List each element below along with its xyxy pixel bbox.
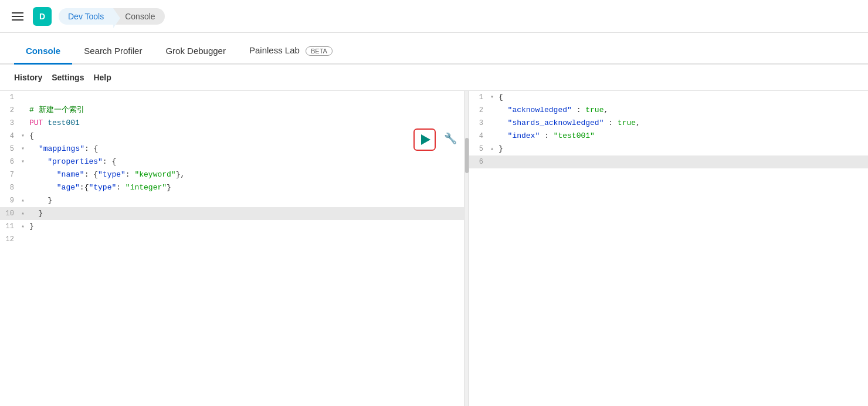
scrollbar[interactable] [464,91,469,406]
run-button[interactable] [413,128,436,151]
tab-console[interactable]: Console [14,38,72,65]
beta-badge: BETA [306,46,333,56]
table-row: 5 ▴ } [469,143,868,155]
table-row: 1 ▾ { [469,91,868,104]
table-row: 2 "acknowledged" : true, [469,104,868,117]
table-row: 12 [0,233,469,246]
right-code-area: 1 ▾ { 2 "acknowledged" : true, 3 "shards… [469,91,868,406]
left-code-area: 1 2 # 新建一个索引 3 PUT test001 4 ▾ { 5 [0,91,469,406]
avatar: D [33,7,52,26]
history-button[interactable]: History [14,70,42,84]
table-row: 7 "name": {"type": "keyword"}, [0,168,469,181]
breadcrumb-devtools[interactable]: Dev Tools [59,8,113,25]
table-row: 6 ▾ "properties": { [0,155,469,168]
wrench-icon[interactable]: 🔧 [444,132,457,145]
tab-grok-debugger[interactable]: Grok Debugger [154,38,238,65]
settings-button[interactable]: Settings [52,70,84,84]
hamburger-button[interactable] [9,10,26,23]
help-button[interactable]: Help [93,70,111,84]
tab-search-profiler[interactable]: Search Profiler [72,38,154,65]
main-content: 1 2 # 新建一个索引 3 PUT test001 4 ▾ { 5 [0,91,868,406]
table-row: 3 PUT test001 [0,117,469,130]
table-row: 4 "index" : "test001" [469,130,868,143]
play-icon [421,134,430,145]
toolbar: History Settings Help [0,65,868,91]
scrollbar-thumb[interactable] [465,138,469,173]
right-editor: 1 ▾ { 2 "acknowledged" : true, 3 "shards… [469,91,868,406]
breadcrumb-console[interactable]: Console [113,8,164,25]
table-row: 9 ▴ } [0,194,469,207]
table-row: 10 ▴ } [0,207,469,220]
left-editor[interactable]: 1 2 # 新建一个索引 3 PUT test001 4 ▾ { 5 [0,91,469,406]
tabbar: Console Search Profiler Grok Debugger Pa… [0,33,868,65]
table-row: 1 [0,91,469,104]
table-row: 8 "age":{"type": "integer"} [0,181,469,194]
table-row: 6 [469,155,868,168]
table-row: 11 ▴ } [0,220,469,233]
topbar: D Dev Tools Console [0,0,868,33]
table-row: 2 # 新建一个索引 [0,104,469,117]
table-row: 5 ▾ "mappings": { [0,143,469,155]
table-row: 3 "shards_acknowledged" : true, [469,117,868,130]
table-row: 4 ▾ { [0,130,469,143]
breadcrumb: Dev Tools Console [59,8,165,25]
tab-painless-lab[interactable]: Painless Lab BETA [238,37,344,65]
